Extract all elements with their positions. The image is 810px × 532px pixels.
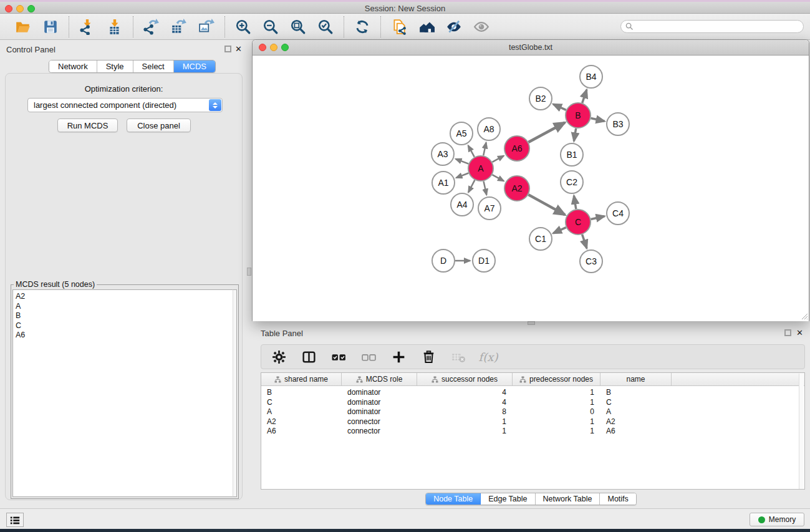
result-item[interactable]: A (13, 302, 233, 312)
result-item[interactable]: A6 (13, 331, 233, 341)
node-C[interactable]: C (566, 210, 591, 235)
table-row[interactable]: A6connector11A6 (261, 427, 804, 437)
table-row[interactable]: A2connector11A2 (261, 417, 804, 427)
tab-network[interactable]: Network (49, 60, 97, 72)
deselect-all-button[interactable] (360, 348, 377, 365)
node-B[interactable]: B (566, 103, 591, 128)
edge-C-C4[interactable] (591, 216, 605, 220)
network-window-titlebar[interactable]: testGlobe.txt (253, 40, 809, 56)
table-scrollbar[interactable] (799, 374, 804, 490)
edge-C-C3[interactable] (582, 235, 587, 248)
memory-button[interactable]: Memory (750, 513, 804, 526)
tab-edge-table[interactable]: Edge Table (481, 493, 535, 505)
run-mcds-button[interactable]: Run MCDS (57, 118, 118, 132)
float-table-panel-icon[interactable] (784, 329, 791, 336)
edge-A6-B[interactable] (529, 122, 565, 142)
tab-mcds[interactable]: MCDS (174, 60, 215, 72)
edge-C-C2[interactable] (574, 196, 576, 210)
delete-columns-button[interactable] (420, 348, 437, 365)
node-B2[interactable]: B2 (529, 87, 552, 110)
edge-A2-C[interactable] (528, 195, 565, 215)
column-header-name[interactable]: name (600, 373, 672, 385)
node-A8[interactable]: A8 (478, 118, 500, 140)
node-A6[interactable]: A6 (504, 136, 529, 161)
close-table-panel-icon[interactable]: ✕ (796, 328, 803, 337)
close-panel-button[interactable]: Close panel (127, 118, 191, 132)
edge-A-A3[interactable] (456, 159, 469, 164)
tab-select[interactable]: Select (133, 60, 174, 72)
node-C2[interactable]: C2 (561, 171, 583, 193)
resize-grip-icon[interactable] (800, 312, 808, 320)
node-A1[interactable]: A1 (432, 172, 455, 194)
node-A7[interactable]: A7 (478, 197, 501, 220)
node-B1[interactable]: B1 (561, 143, 583, 166)
edge-B-B4[interactable] (582, 90, 587, 103)
show-panels-button[interactable] (472, 17, 491, 36)
node-C4[interactable]: C4 (607, 202, 629, 225)
create-column-button[interactable] (390, 348, 407, 365)
import-table-button[interactable] (105, 17, 124, 36)
hide-panels-button[interactable] (445, 17, 463, 36)
edge-A-A2[interactable] (492, 175, 504, 181)
edge-A-A4[interactable] (468, 180, 475, 193)
node-A5[interactable]: A5 (450, 122, 473, 145)
node-A[interactable]: A (468, 156, 493, 181)
node-B4[interactable]: B4 (580, 65, 602, 88)
network-graph[interactable]: B4B2BB3A8A5A6A3B1AA1C2A2A4A7C4CC1C3DD1 (253, 56, 809, 321)
search-input[interactable] (620, 20, 804, 33)
column-header-successor-nodes[interactable]: successor nodes (417, 373, 513, 385)
refresh-button[interactable] (353, 17, 372, 36)
network-canvas[interactable]: B4B2BB3A8A5A6A3B1AA1C2A2A4A7C4CC1C3DD1 (253, 56, 809, 321)
edge-A-A1[interactable] (456, 173, 469, 178)
edge-A-A7[interactable] (484, 181, 487, 195)
tab-motifs[interactable]: Motifs (600, 493, 635, 505)
edge-A-A6[interactable] (492, 156, 504, 162)
edge-B-B2[interactable] (553, 104, 566, 110)
import-network-button[interactable] (78, 17, 97, 36)
export-image-button[interactable] (197, 17, 216, 36)
edge-B-B1[interactable] (574, 128, 576, 142)
result-item[interactable]: C (13, 321, 233, 331)
edge-B-B3[interactable] (591, 118, 605, 122)
edge-A-A8[interactable] (483, 143, 486, 156)
result-item[interactable]: A2 (13, 290, 233, 302)
float-panel-icon[interactable] (224, 46, 231, 52)
node-B3[interactable]: B3 (607, 113, 629, 135)
zoom-selected-button[interactable] (316, 17, 335, 36)
zoom-fit-button[interactable] (289, 17, 307, 36)
settings-button[interactable] (270, 348, 287, 365)
criterion-select[interactable]: largest connected component (directed) (27, 98, 223, 112)
close-panel-icon[interactable]: ✕ (235, 44, 242, 54)
open-session-button[interactable] (14, 17, 32, 36)
node-table[interactable]: shared nameMCDS rolesuccessor nodesprede… (261, 372, 805, 490)
vertical-splitter-handle[interactable] (247, 268, 251, 276)
column-header-MCDS-role[interactable]: MCDS role (342, 373, 417, 385)
tab-node-table[interactable]: Node Table (426, 493, 481, 505)
zoom-in-button[interactable] (234, 17, 253, 36)
mcds-result-list[interactable]: A2ABCA6 (12, 289, 234, 497)
home-button[interactable] (417, 17, 436, 36)
table-row[interactable]: Adominator80A (261, 407, 804, 417)
select-all-button[interactable] (330, 348, 347, 365)
columns-button[interactable] (300, 348, 317, 365)
column-header-shared-name[interactable]: shared name (261, 373, 342, 385)
node-C3[interactable]: C3 (580, 250, 602, 273)
node-A2[interactable]: A2 (504, 176, 529, 201)
zoom-out-button[interactable] (261, 17, 280, 36)
tab-style[interactable]: Style (97, 60, 133, 72)
result-scrollbar[interactable] (233, 289, 237, 497)
result-item[interactable]: B (13, 311, 233, 321)
table-row[interactable]: Bdominator41B (261, 388, 804, 398)
node-A4[interactable]: A4 (451, 193, 473, 216)
node-C1[interactable]: C1 (529, 228, 552, 250)
tab-network-table[interactable]: Network Table (536, 493, 600, 505)
automation-panel-button[interactable] (6, 513, 24, 527)
edge-A-A5[interactable] (468, 145, 475, 157)
export-table-button[interactable] (170, 17, 188, 36)
table-row[interactable]: Cdominator41C (261, 398, 804, 408)
clone-network-button[interactable] (390, 17, 408, 36)
save-session-button[interactable] (41, 17, 60, 36)
node-D1[interactable]: D1 (473, 249, 495, 272)
node-A3[interactable]: A3 (432, 143, 454, 165)
column-header-predecessor-nodes[interactable]: predecessor nodes (513, 373, 600, 385)
